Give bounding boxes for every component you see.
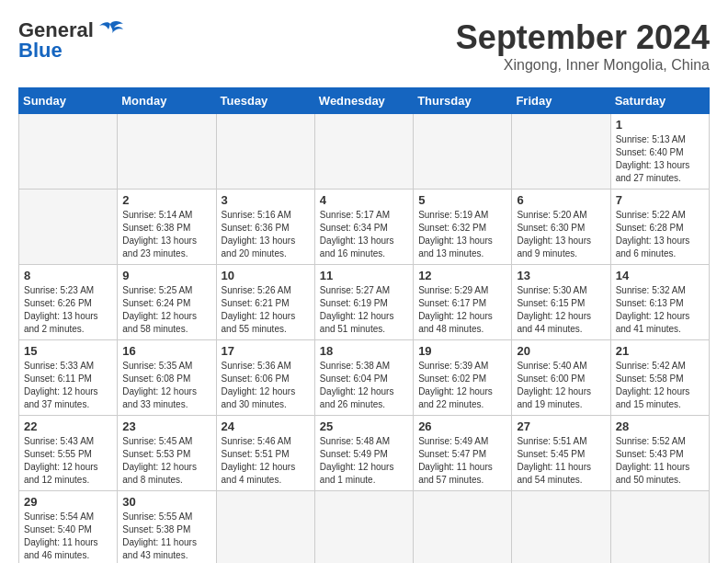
calendar-week-6: 29Sunrise: 5:54 AMSunset: 5:40 PMDayligh… <box>19 491 710 564</box>
day-number: 5 <box>418 193 506 207</box>
day-number: 17 <box>222 344 310 358</box>
day-info: Sunrise: 5:16 AMSunset: 6:36 PMDaylight:… <box>222 209 310 260</box>
day-number: 6 <box>517 193 605 207</box>
day-info: Sunrise: 5:46 AMSunset: 5:51 PMDaylight:… <box>222 435 310 487</box>
day-number: 2 <box>122 193 210 207</box>
calendar-day-7: 7Sunrise: 5:22 AMSunset: 6:28 PMDaylight… <box>610 190 709 265</box>
empty-cell <box>512 114 610 190</box>
day-number: 14 <box>616 269 704 282</box>
col-header-monday: Monday <box>118 88 216 114</box>
calendar-header-row: SundayMondayTuesdayWednesdayThursdayFrid… <box>19 88 710 114</box>
calendar-day-11: 11Sunrise: 5:27 AMSunset: 6:19 PMDayligh… <box>314 265 413 340</box>
day-number: 18 <box>320 344 408 358</box>
col-header-thursday: Thursday <box>414 88 512 114</box>
day-info: Sunrise: 5:55 AMSunset: 5:38 PMDaylight:… <box>122 511 210 562</box>
day-number: 4 <box>320 193 408 207</box>
day-number: 10 <box>222 269 310 282</box>
day-info: Sunrise: 5:40 AMSunset: 6:00 PMDaylight:… <box>517 360 605 411</box>
calendar-day-26: 26Sunrise: 5:49 AMSunset: 5:47 PMDayligh… <box>414 416 512 491</box>
day-info: Sunrise: 5:19 AMSunset: 6:32 PMDaylight:… <box>418 209 506 260</box>
col-header-tuesday: Tuesday <box>216 88 314 114</box>
day-info: Sunrise: 5:52 AMSunset: 5:43 PMDaylight:… <box>616 435 704 487</box>
day-info: Sunrise: 5:25 AMSunset: 6:24 PMDaylight:… <box>122 284 210 336</box>
col-header-wednesday: Wednesday <box>314 88 413 114</box>
day-info: Sunrise: 5:30 AMSunset: 6:15 PMDaylight:… <box>517 284 605 336</box>
empty-cell <box>414 491 512 564</box>
calendar-week-5: 22Sunrise: 5:43 AMSunset: 5:55 PMDayligh… <box>19 416 710 491</box>
empty-cell <box>314 491 413 564</box>
day-info: Sunrise: 5:51 AMSunset: 5:45 PMDaylight:… <box>517 435 605 487</box>
calendar-day-20: 20Sunrise: 5:40 AMSunset: 6:00 PMDayligh… <box>512 340 610 416</box>
day-info: Sunrise: 5:22 AMSunset: 6:28 PMDaylight:… <box>616 209 704 260</box>
day-info: Sunrise: 5:32 AMSunset: 6:13 PMDaylight:… <box>616 284 704 336</box>
day-number: 24 <box>222 419 310 433</box>
calendar-day-13: 13Sunrise: 5:30 AMSunset: 6:15 PMDayligh… <box>512 265 610 340</box>
logo-bird-icon <box>97 20 123 40</box>
day-number: 12 <box>418 269 506 282</box>
calendar-day-3: 3Sunrise: 5:16 AMSunset: 6:36 PMDaylight… <box>216 190 314 265</box>
calendar-day-15: 15Sunrise: 5:33 AMSunset: 6:11 PMDayligh… <box>19 340 118 416</box>
day-info: Sunrise: 5:14 AMSunset: 6:38 PMDaylight:… <box>122 209 210 260</box>
logo-blue: Blue <box>18 39 63 63</box>
calendar-day-9: 9Sunrise: 5:25 AMSunset: 6:24 PMDaylight… <box>118 265 216 340</box>
col-header-saturday: Saturday <box>610 88 709 114</box>
day-number: 3 <box>222 193 310 207</box>
calendar-day-5: 5Sunrise: 5:19 AMSunset: 6:32 PMDaylight… <box>414 190 512 265</box>
day-info: Sunrise: 5:23 AMSunset: 6:26 PMDaylight:… <box>24 284 112 336</box>
day-number: 23 <box>122 419 210 433</box>
day-info: Sunrise: 5:39 AMSunset: 6:02 PMDaylight:… <box>418 360 506 411</box>
calendar: SundayMondayTuesdayWednesdayThursdayFrid… <box>18 87 710 563</box>
day-number: 16 <box>122 344 210 358</box>
logo: General Blue <box>18 18 123 63</box>
calendar-week-2: 2Sunrise: 5:14 AMSunset: 6:38 PMDaylight… <box>19 190 710 265</box>
day-number: 20 <box>517 344 605 358</box>
calendar-day-28: 28Sunrise: 5:52 AMSunset: 5:43 PMDayligh… <box>610 416 709 491</box>
col-header-friday: Friday <box>512 88 610 114</box>
day-info: Sunrise: 5:17 AMSunset: 6:34 PMDaylight:… <box>320 209 408 260</box>
day-info: Sunrise: 5:26 AMSunset: 6:21 PMDaylight:… <box>222 284 310 336</box>
day-number: 30 <box>122 495 210 509</box>
day-info: Sunrise: 5:38 AMSunset: 6:04 PMDaylight:… <box>320 360 408 411</box>
calendar-day-8: 8Sunrise: 5:23 AMSunset: 6:26 PMDaylight… <box>19 265 118 340</box>
calendar-day-21: 21Sunrise: 5:42 AMSunset: 5:58 PMDayligh… <box>610 340 709 416</box>
empty-cell <box>216 491 314 564</box>
day-info: Sunrise: 5:49 AMSunset: 5:47 PMDaylight:… <box>418 435 506 487</box>
calendar-week-3: 8Sunrise: 5:23 AMSunset: 6:26 PMDaylight… <box>19 265 710 340</box>
month-title: September 2024 <box>456 18 710 57</box>
day-number: 22 <box>24 419 112 433</box>
title-block: September 2024 Xingong, Inner Mongolia, … <box>456 18 710 74</box>
calendar-day-17: 17Sunrise: 5:36 AMSunset: 6:06 PMDayligh… <box>216 340 314 416</box>
day-info: Sunrise: 5:54 AMSunset: 5:40 PMDaylight:… <box>24 511 112 562</box>
empty-cell <box>414 114 512 190</box>
calendar-day-24: 24Sunrise: 5:46 AMSunset: 5:51 PMDayligh… <box>216 416 314 491</box>
empty-cell <box>19 114 118 190</box>
calendar-day-18: 18Sunrise: 5:38 AMSunset: 6:04 PMDayligh… <box>314 340 413 416</box>
day-info: Sunrise: 5:35 AMSunset: 6:08 PMDaylight:… <box>122 360 210 411</box>
calendar-day-16: 16Sunrise: 5:35 AMSunset: 6:08 PMDayligh… <box>118 340 216 416</box>
header: General Blue September 2024 Xingong, Inn… <box>18 18 710 74</box>
calendar-week-1: 1Sunrise: 5:13 AMSunset: 6:40 PMDaylight… <box>19 114 710 190</box>
calendar-day-29: 29Sunrise: 5:54 AMSunset: 5:40 PMDayligh… <box>19 491 118 564</box>
day-number: 29 <box>24 495 112 509</box>
calendar-week-4: 15Sunrise: 5:33 AMSunset: 6:11 PMDayligh… <box>19 340 710 416</box>
col-header-sunday: Sunday <box>19 88 118 114</box>
day-info: Sunrise: 5:48 AMSunset: 5:49 PMDaylight:… <box>320 435 408 487</box>
empty-cell <box>610 491 709 564</box>
day-info: Sunrise: 5:43 AMSunset: 5:55 PMDaylight:… <box>24 435 112 487</box>
empty-cell <box>314 114 413 190</box>
day-number: 7 <box>616 193 704 207</box>
empty-cell <box>512 491 610 564</box>
day-number: 1 <box>616 118 704 132</box>
location: Xingong, Inner Mongolia, China <box>456 57 710 74</box>
calendar-day-23: 23Sunrise: 5:45 AMSunset: 5:53 PMDayligh… <box>118 416 216 491</box>
calendar-day-19: 19Sunrise: 5:39 AMSunset: 6:02 PMDayligh… <box>414 340 512 416</box>
calendar-day-12: 12Sunrise: 5:29 AMSunset: 6:17 PMDayligh… <box>414 265 512 340</box>
calendar-day-27: 27Sunrise: 5:51 AMSunset: 5:45 PMDayligh… <box>512 416 610 491</box>
day-info: Sunrise: 5:20 AMSunset: 6:30 PMDaylight:… <box>517 209 605 260</box>
calendar-day-2: 2Sunrise: 5:14 AMSunset: 6:38 PMDaylight… <box>118 190 216 265</box>
day-info: Sunrise: 5:27 AMSunset: 6:19 PMDaylight:… <box>320 284 408 336</box>
calendar-day-6: 6Sunrise: 5:20 AMSunset: 6:30 PMDaylight… <box>512 190 610 265</box>
day-number: 15 <box>24 344 112 358</box>
day-info: Sunrise: 5:13 AMSunset: 6:40 PMDaylight:… <box>616 133 704 185</box>
day-number: 21 <box>616 344 704 358</box>
